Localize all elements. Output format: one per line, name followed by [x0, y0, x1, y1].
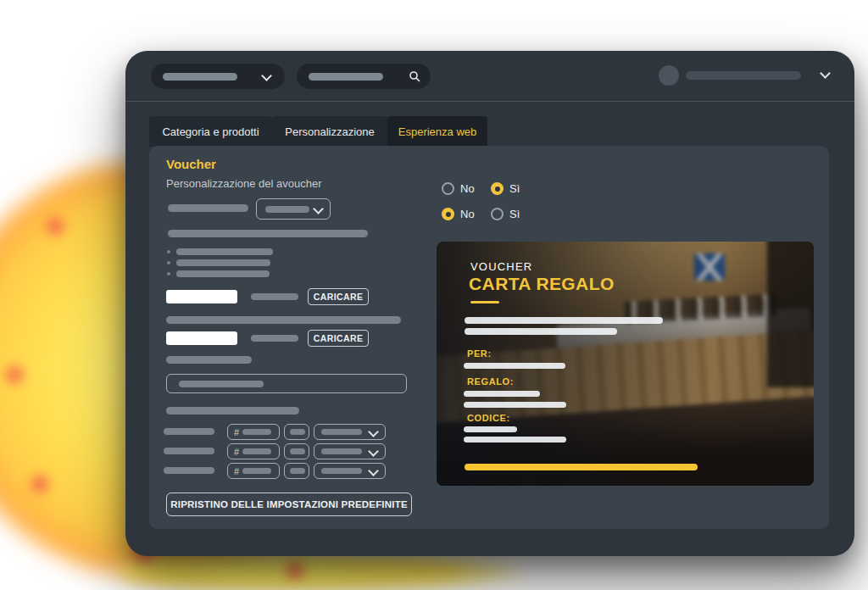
- app-window: Categoria e prodotti Personalizzazione E…: [125, 51, 854, 556]
- placeholder-bar: [290, 429, 305, 435]
- voucher-kicker: VOUCHER: [470, 260, 532, 273]
- placeholder-bar: [242, 429, 271, 435]
- value-placeholder: [464, 363, 565, 369]
- hash-prefix: #: [234, 427, 239, 437]
- radio-option-si[interactable]: Sì: [491, 182, 520, 195]
- placeholder-bar: [242, 448, 271, 454]
- chevron-down-icon: [368, 446, 379, 457]
- blob-speckle: [25, 471, 54, 497]
- value-placeholder: [464, 402, 566, 408]
- radio-button[interactable]: [491, 182, 504, 195]
- search-icon: [409, 70, 420, 82]
- radio-label: Sì: [509, 208, 520, 220]
- content-panel: Voucher Personalizzazione del avoucher C…: [149, 146, 829, 529]
- field-label-placeholder: [166, 356, 252, 364]
- accent-bar: [465, 464, 698, 470]
- row-label-placeholder: [164, 448, 214, 454]
- placeholder-bar: [290, 468, 305, 474]
- radio-label: No: [460, 208, 475, 220]
- tab-categoria-e-prodotti[interactable]: Categoria e prodotti: [149, 116, 272, 147]
- blob-speckle: [41, 214, 70, 239]
- radio-button[interactable]: [442, 208, 454, 220]
- small-input[interactable]: [284, 443, 309, 459]
- bullet-dot: [167, 272, 170, 276]
- upload-button[interactable]: CARICARE: [308, 288, 369, 305]
- placeholder-bar: [321, 468, 362, 474]
- top-bar: [125, 51, 854, 101]
- field-label-per: PER:: [467, 348, 492, 359]
- text-placeholder: [465, 317, 663, 324]
- placeholder-bar: [321, 448, 362, 454]
- username-placeholder-bar: [686, 71, 801, 80]
- title-underline: [470, 301, 499, 303]
- small-input[interactable]: [284, 463, 309, 479]
- tab-personalizzazione[interactable]: Personalizzazione: [272, 116, 387, 147]
- number-input[interactable]: #: [227, 443, 280, 459]
- section-subtitle: Personalizzazione del avoucher: [166, 177, 322, 190]
- upload-button[interactable]: CARICARE: [308, 330, 369, 347]
- voucher-card-content: VOUCHER CARTA REGALO PER: REGALO: CODICE…: [437, 242, 814, 486]
- placeholder-bar: [290, 448, 305, 454]
- bullet-text-placeholder: [176, 259, 270, 266]
- row-label-placeholder: [164, 428, 214, 435]
- radio-label: Sì: [509, 182, 520, 195]
- reset-defaults-button[interactable]: RIPRISTINO DELLE IMPOSTAZIONI PREDEFINIT…: [166, 493, 412, 516]
- text-placeholder: [465, 328, 617, 335]
- bullet-dot: [167, 250, 170, 253]
- field-label-regalo: REGALO:: [467, 376, 514, 387]
- color-swatch[interactable]: [166, 331, 237, 345]
- hash-prefix: #: [234, 447, 239, 457]
- radio-button[interactable]: [491, 208, 504, 220]
- placeholder-bar: [163, 73, 237, 81]
- radio-option-si[interactable]: Sì: [491, 208, 520, 220]
- number-input[interactable]: #: [227, 463, 280, 479]
- value-placeholder: [464, 426, 517, 432]
- text-input[interactable]: [166, 374, 407, 393]
- row-label-placeholder: [164, 467, 214, 474]
- value-placeholder: [464, 391, 540, 397]
- search-input[interactable]: [297, 64, 431, 89]
- hash-prefix: #: [234, 466, 239, 476]
- radio-label: No: [460, 182, 475, 195]
- voucher-title: CARTA REGALO: [469, 274, 615, 294]
- placeholder-bar: [179, 381, 264, 387]
- blob-speckle: [280, 559, 310, 582]
- account-chevron-down-icon[interactable]: [820, 68, 831, 79]
- placeholder-bar: [321, 429, 362, 435]
- small-select[interactable]: [256, 198, 331, 220]
- tab-esperienza-web[interactable]: Esperienza web: [387, 116, 487, 147]
- bullet-text-placeholder: [176, 248, 273, 255]
- field-label-placeholder: [168, 204, 248, 212]
- row-select[interactable]: [314, 463, 386, 479]
- chevron-down-icon: [368, 465, 379, 476]
- field-label-codice: CODICE:: [467, 413, 510, 423]
- placeholder-bar: [265, 206, 309, 213]
- color-swatch[interactable]: [166, 290, 237, 303]
- voucher-preview-card: VOUCHER CARTA REGALO PER: REGALO: CODICE…: [437, 242, 814, 486]
- blob-speckle: [2, 360, 27, 389]
- file-name-placeholder: [251, 293, 298, 300]
- text-placeholder: [166, 316, 401, 324]
- row-select[interactable]: [314, 424, 386, 440]
- text-placeholder: [168, 230, 368, 237]
- placeholder-bar: [309, 73, 383, 81]
- radio-button[interactable]: [442, 182, 454, 195]
- topbar-divider: [125, 101, 854, 102]
- row-select[interactable]: [314, 443, 386, 459]
- small-input[interactable]: [284, 424, 309, 440]
- chevron-down-icon: [313, 203, 324, 214]
- radio-option-no[interactable]: No: [442, 208, 475, 220]
- chevron-down-icon: [261, 70, 272, 81]
- page: Categoria e prodotti Personalizzazione E…: [0, 0, 868, 590]
- tab-bar: Categoria e prodotti Personalizzazione E…: [149, 116, 487, 147]
- bullet-text-placeholder: [176, 270, 270, 277]
- radio-option-no[interactable]: No: [442, 182, 475, 195]
- avatar[interactable]: [659, 65, 679, 86]
- value-placeholder: [464, 437, 566, 442]
- bullet-dot: [167, 261, 170, 264]
- number-input[interactable]: #: [227, 424, 280, 440]
- field-label-placeholder: [166, 407, 299, 415]
- chevron-down-icon: [368, 426, 379, 437]
- topbar-dropdown[interactable]: [151, 64, 285, 89]
- file-name-placeholder: [251, 335, 298, 342]
